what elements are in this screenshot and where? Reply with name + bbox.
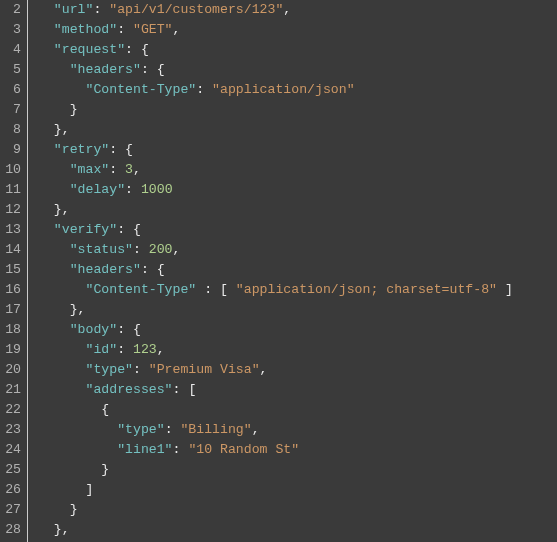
token-key: "method" bbox=[54, 22, 117, 37]
indent bbox=[38, 442, 117, 457]
code-line[interactable]: "headers": { bbox=[38, 60, 557, 80]
token-punc: , bbox=[78, 302, 86, 317]
line-number: 27 bbox=[4, 500, 21, 520]
token-punc: : bbox=[173, 382, 189, 397]
indent bbox=[38, 342, 85, 357]
indent bbox=[38, 482, 85, 497]
token-punc: , bbox=[62, 522, 70, 537]
code-line[interactable]: "request": { bbox=[38, 40, 557, 60]
token-punc: : bbox=[117, 222, 133, 237]
code-line[interactable]: "line1": "10 Random St" bbox=[38, 440, 557, 460]
code-line[interactable]: }, bbox=[38, 520, 557, 540]
code-line[interactable]: "type": "Billing", bbox=[38, 420, 557, 440]
code-line[interactable]: "headers": { bbox=[38, 260, 557, 280]
line-number: 22 bbox=[4, 400, 21, 420]
token-punc: : bbox=[117, 22, 133, 37]
code-area[interactable]: "url": "api/v1/customers/123", "method":… bbox=[28, 0, 557, 542]
token-str: "application/json" bbox=[212, 82, 354, 97]
line-number: 20 bbox=[4, 360, 21, 380]
indent bbox=[38, 302, 70, 317]
code-line[interactable]: "addresses": [ bbox=[38, 380, 557, 400]
line-number: 28 bbox=[4, 520, 21, 540]
token-key: "retry" bbox=[54, 142, 109, 157]
token-bracket: { bbox=[125, 142, 133, 157]
code-line[interactable]: } bbox=[38, 100, 557, 120]
token-bracket: } bbox=[101, 462, 109, 477]
code-line[interactable]: { bbox=[38, 400, 557, 420]
line-number: 15 bbox=[4, 260, 21, 280]
token-key: "line1" bbox=[117, 442, 172, 457]
line-number: 5 bbox=[4, 60, 21, 80]
line-number: 26 bbox=[4, 480, 21, 500]
token-bracket: ] bbox=[497, 282, 513, 297]
token-str: "10 Random St" bbox=[188, 442, 299, 457]
code-line[interactable]: }, bbox=[38, 300, 557, 320]
token-num: 1000 bbox=[141, 182, 173, 197]
indent bbox=[38, 102, 70, 117]
code-line[interactable]: "body": { bbox=[38, 320, 557, 340]
line-number: 7 bbox=[4, 100, 21, 120]
indent bbox=[38, 202, 54, 217]
line-number: 21 bbox=[4, 380, 21, 400]
code-line[interactable]: "max": 3, bbox=[38, 160, 557, 180]
token-key: "Content-Type" bbox=[85, 282, 196, 297]
token-bracket: } bbox=[70, 302, 78, 317]
token-str: "Premium Visa" bbox=[149, 362, 260, 377]
token-bracket: { bbox=[157, 262, 165, 277]
token-key: "delay" bbox=[70, 182, 125, 197]
code-line[interactable]: "delay": 1000 bbox=[38, 180, 557, 200]
token-punc: : bbox=[93, 2, 109, 17]
token-punc: , bbox=[62, 202, 70, 217]
indent bbox=[38, 322, 70, 337]
token-punc: , bbox=[173, 22, 181, 37]
code-line[interactable]: "verify": { bbox=[38, 220, 557, 240]
token-bracket: { bbox=[133, 222, 141, 237]
indent bbox=[38, 362, 85, 377]
token-key: "id" bbox=[85, 342, 117, 357]
token-key: "url" bbox=[54, 2, 94, 17]
token-str: "Billing" bbox=[180, 422, 251, 437]
line-number: 9 bbox=[4, 140, 21, 160]
token-key: "addresses" bbox=[85, 382, 172, 397]
token-punc: : bbox=[165, 422, 181, 437]
token-punc: : bbox=[141, 62, 157, 77]
line-number: 4 bbox=[4, 40, 21, 60]
code-line[interactable]: "method": "GET", bbox=[38, 20, 557, 40]
code-line[interactable]: }, bbox=[38, 200, 557, 220]
indent bbox=[38, 2, 54, 17]
code-line[interactable]: ] bbox=[38, 480, 557, 500]
token-punc: : bbox=[141, 262, 157, 277]
code-line[interactable]: "Content-Type": "application/json" bbox=[38, 80, 557, 100]
code-line[interactable]: "id": 123, bbox=[38, 340, 557, 360]
token-punc: : bbox=[109, 162, 125, 177]
code-line[interactable]: "status": 200, bbox=[38, 240, 557, 260]
line-number: 13 bbox=[4, 220, 21, 240]
token-key: "type" bbox=[85, 362, 132, 377]
token-bracket: } bbox=[70, 102, 78, 117]
code-line[interactable]: "url": "api/v1/customers/123", bbox=[38, 0, 557, 20]
token-bracket: ] bbox=[85, 482, 93, 497]
code-line[interactable]: } bbox=[38, 500, 557, 520]
token-punc: , bbox=[283, 2, 291, 17]
token-str: "application/json; charset=utf-8" bbox=[236, 282, 497, 297]
line-number-gutter: 2345678910111213141516171819202122232425… bbox=[0, 0, 28, 542]
token-punc: , bbox=[252, 422, 260, 437]
token-punc: : bbox=[196, 282, 220, 297]
line-number: 6 bbox=[4, 80, 21, 100]
code-line[interactable]: "type": "Premium Visa", bbox=[38, 360, 557, 380]
token-punc: : bbox=[109, 142, 125, 157]
token-bracket: [ bbox=[188, 382, 196, 397]
code-line[interactable]: "retry": { bbox=[38, 140, 557, 160]
token-key: "body" bbox=[70, 322, 117, 337]
token-punc: , bbox=[173, 242, 181, 257]
indent bbox=[38, 402, 101, 417]
token-punc: : bbox=[173, 442, 189, 457]
token-bracket: { bbox=[157, 62, 165, 77]
line-number: 16 bbox=[4, 280, 21, 300]
code-editor[interactable]: 2345678910111213141516171819202122232425… bbox=[0, 0, 557, 542]
code-line[interactable]: "Content-Type" : [ "application/json; ch… bbox=[38, 280, 557, 300]
line-number: 23 bbox=[4, 420, 21, 440]
code-line[interactable]: } bbox=[38, 460, 557, 480]
token-key: "max" bbox=[70, 162, 110, 177]
code-line[interactable]: }, bbox=[38, 120, 557, 140]
